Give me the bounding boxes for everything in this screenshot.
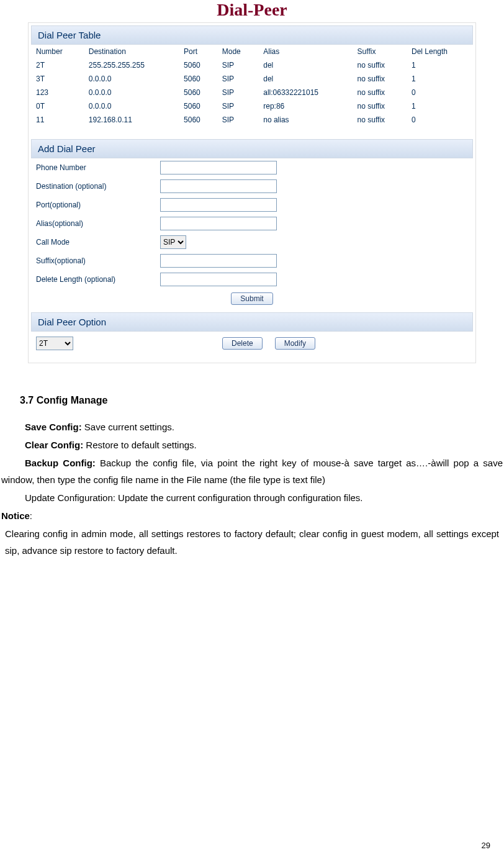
clear-config-text: Restore to default settings.: [83, 440, 197, 450]
delete-button[interactable]: Delete: [222, 337, 263, 350]
dial-peer-table-header: Dial Peer Table: [31, 25, 473, 45]
section-heading: 3.7 Config Manage: [20, 392, 503, 410]
notice-text: Clearing config in admin mode, all setti…: [1, 525, 503, 559]
input-suffix[interactable]: [160, 254, 277, 268]
table-row: 3T 0.0.0.0 5060 SIP del no suffix 1: [31, 72, 473, 86]
input-destination[interactable]: [160, 179, 277, 193]
table-row: 123 0.0.0.0 5060 SIP all:06332221015 no …: [31, 86, 473, 99]
label-port: Port(optional): [36, 201, 160, 209]
notice-label: Notice: [1, 510, 30, 521]
input-alias[interactable]: [160, 217, 277, 230]
select-dial-peer[interactable]: 2T: [36, 337, 73, 350]
col-suffix: Suffix: [353, 45, 407, 58]
dial-peer-table: Number Destination Port Mode Alias Suffi…: [31, 45, 473, 127]
label-delete-length: Delete Length (optional): [36, 275, 160, 284]
label-destination: Destination (optional): [36, 182, 160, 191]
update-config-text: Update Configuration: Update the current…: [1, 489, 503, 506]
input-port[interactable]: [160, 198, 277, 212]
table-row: 0T 0.0.0.0 5060 SIP rep:86 no suffix 1: [31, 99, 473, 113]
col-mode: Mode: [217, 45, 259, 58]
table-row: 2T 255.255.255.255 5060 SIP del no suffi…: [31, 58, 473, 72]
document-body: 3.7 Config Manage Save Config: Save curr…: [0, 363, 504, 559]
table-header-row: Number Destination Port Mode Alias Suffi…: [31, 45, 473, 58]
modify-button[interactable]: Modify: [275, 337, 315, 350]
col-del-length: Del Length: [407, 45, 473, 58]
select-call-mode[interactable]: SIP: [160, 235, 186, 249]
save-config-label: Save Config:: [25, 422, 82, 432]
notice-colon: :: [30, 510, 32, 521]
label-suffix: Suffix(optional): [36, 256, 160, 265]
col-port: Port: [179, 45, 217, 58]
backup-config-label: Backup Config:: [25, 458, 96, 468]
input-delete-length[interactable]: [160, 273, 277, 286]
save-config-text: Save current settings.: [82, 422, 174, 432]
col-destination: Destination: [84, 45, 179, 58]
page-number: 29: [482, 841, 490, 850]
col-alias: Alias: [258, 45, 352, 58]
add-dial-peer-header: Add Dial Peer: [31, 139, 473, 158]
col-number: Number: [31, 45, 84, 58]
page-title: Dial-Peer: [0, 0, 504, 20]
label-call-mode: Call Mode: [36, 238, 160, 247]
label-alias: Alias(optional): [36, 219, 160, 228]
label-phone-number: Phone Number: [36, 163, 160, 172]
table-row: 11 192.168.0.11 5060 SIP no alias no suf…: [31, 113, 473, 127]
clear-config-label: Clear Config:: [25, 440, 83, 450]
dial-peer-option-header: Dial Peer Option: [31, 312, 473, 332]
dial-peer-widget: Dial Peer Table Number Destination Port …: [28, 22, 476, 363]
input-phone-number[interactable]: [160, 161, 277, 174]
submit-button[interactable]: Submit: [231, 292, 272, 305]
